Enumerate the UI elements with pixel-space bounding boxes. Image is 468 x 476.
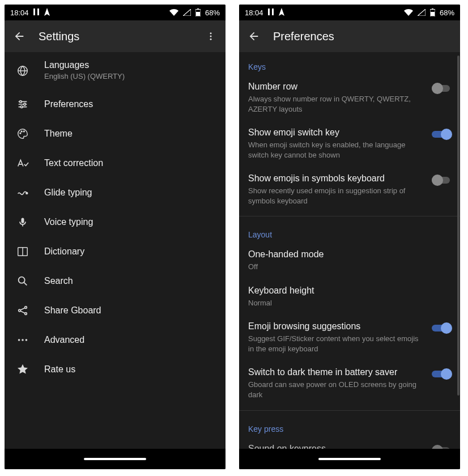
- divider: [239, 216, 460, 216]
- pref-emoji-browsing-suggestions[interactable]: Emoji browsing suggestions Suggest GIF/S…: [239, 314, 460, 360]
- navigation-bar[interactable]: [239, 449, 460, 469]
- settings-item-languages[interactable]: Languages English (US) (QWERTY): [5, 52, 226, 90]
- pref-subtitle: Show recently used emojis in suggestion …: [248, 186, 423, 206]
- svg-point-19: [25, 307, 27, 309]
- status-battery-pct: 68%: [205, 8, 220, 17]
- svg-point-9: [20, 100, 22, 103]
- pref-sound-on-keypress[interactable]: Sound on keypress: [239, 437, 460, 449]
- gesture-pill-icon: [84, 458, 146, 460]
- list-item-title: Languages: [44, 60, 216, 70]
- preferences-screen: 18:04 68% Preferences Ke: [239, 5, 460, 469]
- svg-point-14: [23, 131, 24, 132]
- section-header-keypress: Key press: [239, 414, 460, 437]
- svg-rect-4: [196, 12, 200, 16]
- list-item-title: Theme: [44, 129, 216, 139]
- pref-title: Emoji browsing suggestions: [248, 321, 423, 332]
- settings-item-rate-us[interactable]: Rate us: [5, 355, 226, 384]
- svg-rect-1: [37, 8, 39, 15]
- switch-emoji-switch-key[interactable]: [432, 129, 452, 140]
- glide-icon: [16, 186, 29, 199]
- pause-icon: [268, 8, 274, 17]
- settings-item-theme[interactable]: Theme: [5, 119, 226, 148]
- app-bar: Preferences: [239, 20, 460, 52]
- pref-dark-theme-battery-saver[interactable]: Switch to dark theme in battery saver Gb…: [239, 360, 460, 406]
- svg-rect-27: [432, 8, 433, 10]
- svg-rect-25: [272, 8, 274, 15]
- pref-keyboard-height[interactable]: Keyboard height Normal: [239, 279, 460, 315]
- overflow-menu-button[interactable]: [203, 20, 219, 52]
- status-bar: 18:04 68%: [239, 5, 460, 20]
- dots-icon: [16, 333, 29, 347]
- gesture-pill-icon: [318, 458, 381, 460]
- pref-subtitle: Normal: [248, 298, 452, 308]
- pref-one-handed-mode[interactable]: One-handed mode Off: [239, 243, 460, 279]
- pref-number-row[interactable]: Number row Always show number row in QWE…: [239, 75, 460, 121]
- settings-screen: 18:04 68% Settings: [5, 5, 226, 469]
- list-item-title: Search: [44, 276, 216, 286]
- text-correction-icon: [16, 156, 29, 170]
- settings-item-share-gboard[interactable]: Share Gboard: [5, 296, 226, 325]
- svg-point-10: [24, 103, 26, 105]
- pref-subtitle: Off: [248, 262, 452, 272]
- settings-item-dictionary[interactable]: Dictionary: [5, 237, 226, 266]
- back-arrow-icon: [13, 30, 25, 42]
- svg-point-13: [21, 131, 22, 132]
- battery-icon: [195, 8, 201, 16]
- section-header-keys: Keys: [239, 52, 460, 75]
- app-bar: Settings: [5, 20, 226, 52]
- status-battery-pct: 68%: [440, 8, 454, 17]
- list-item-title: Rate us: [44, 364, 216, 375]
- appbar-title: Settings: [39, 30, 192, 43]
- status-time: 18:04: [10, 8, 29, 17]
- divider: [239, 410, 460, 411]
- status-bar: 18:04 68%: [5, 5, 226, 20]
- back-button[interactable]: [11, 20, 27, 52]
- pref-title: Show emojis in symbols keyboard: [248, 173, 423, 184]
- switch-number-row[interactable]: [432, 83, 452, 94]
- star-icon: [16, 363, 29, 376]
- settings-item-preferences[interactable]: Preferences: [5, 90, 226, 119]
- settings-item-voice-typing[interactable]: Voice typing: [5, 207, 226, 237]
- wifi-icon: [404, 9, 413, 16]
- preferences-list: Keys Number row Always show number row i…: [239, 52, 460, 449]
- pref-title: Sound on keypress: [248, 444, 423, 449]
- svg-point-15: [26, 192, 28, 194]
- pause-icon: [33, 8, 39, 17]
- settings-item-text-correction[interactable]: Text correction: [5, 148, 226, 178]
- dictionary-icon: [16, 245, 29, 258]
- back-button[interactable]: [246, 20, 262, 52]
- switch-dark-theme-battery[interactable]: [432, 368, 452, 380]
- search-icon: [16, 274, 29, 288]
- list-item-title: Preferences: [44, 99, 216, 109]
- switch-sound-keypress[interactable]: [432, 445, 452, 449]
- navigation-bar[interactable]: [5, 449, 226, 469]
- list-item-title: Share Gboard: [44, 305, 216, 316]
- pref-title: Number row: [248, 82, 423, 92]
- scrollbar[interactable]: [457, 56, 460, 396]
- svg-point-5: [210, 32, 212, 34]
- svg-rect-0: [33, 8, 35, 15]
- status-time: 18:04: [245, 8, 263, 17]
- wifi-icon: [169, 9, 178, 16]
- sliders-icon: [16, 97, 29, 111]
- svg-point-22: [22, 339, 24, 341]
- list-item-title: Advanced: [44, 335, 216, 345]
- svg-rect-28: [431, 12, 435, 16]
- svg-point-17: [19, 277, 25, 283]
- pref-subtitle: Always show number row in QWERTY, QWERTZ…: [248, 94, 423, 114]
- pref-show-emoji-switch-key[interactable]: Show emoji switch key When emoji switch …: [239, 121, 460, 167]
- palette-icon: [16, 127, 29, 141]
- pref-show-emojis-symbols-keyboard[interactable]: Show emojis in symbols keyboard Show rec…: [239, 167, 460, 212]
- appbar-title: Preferences: [273, 30, 453, 43]
- settings-item-glide-typing[interactable]: Glide typing: [5, 178, 226, 207]
- svg-point-7: [210, 39, 212, 40]
- pref-subtitle: Gboard can save power on OLED screens by…: [248, 380, 423, 400]
- switch-emoji-browsing[interactable]: [432, 322, 452, 334]
- switch-emojis-symbols[interactable]: [432, 175, 452, 186]
- signal-icon: [418, 9, 426, 16]
- navigation-icon: [44, 8, 50, 18]
- settings-item-search[interactable]: Search: [5, 266, 226, 296]
- settings-item-advanced[interactable]: Advanced: [5, 325, 226, 355]
- pref-title: Show emoji switch key: [248, 128, 423, 138]
- pref-title: One-handed mode: [248, 249, 452, 260]
